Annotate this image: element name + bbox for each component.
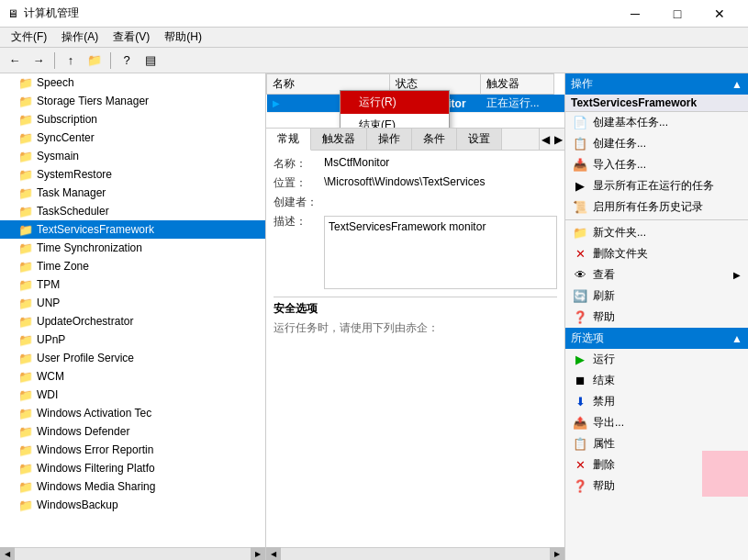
- right-panel: 操作 ▲ TextServicesFramework 📄 创建基本任务... 📋…: [564, 73, 748, 560]
- context-menu-run[interactable]: 运行(R): [341, 91, 449, 114]
- sidebar-item-taskmanager[interactable]: 📁 Task Manager: [0, 184, 265, 202]
- main-container: 📁 Speech 📁 Storage Tiers Manager 📁 Subsc…: [0, 73, 748, 560]
- sidebar-item-winactivation[interactable]: 📁 Windows Activation Tec: [0, 404, 265, 422]
- sidebar: 📁 Speech 📁 Storage Tiers Manager 📁 Subsc…: [0, 73, 266, 560]
- tab-scroll-right[interactable]: ▶: [552, 129, 564, 150]
- right-panel-section-help[interactable]: ❓ 帮助: [565, 476, 748, 497]
- sidebar-item-wdi[interactable]: 📁 WDI: [0, 386, 265, 404]
- sidebar-item-textservices[interactable]: 📁 TextServicesFramework: [0, 220, 265, 239]
- tab-settings[interactable]: 设置: [457, 129, 502, 150]
- folder-icon: 📁: [18, 205, 33, 218]
- folder-icon: 📁: [18, 352, 33, 365]
- sidebar-item-userprofile[interactable]: 📁 User Profile Service: [0, 349, 265, 367]
- right-panel-refresh[interactable]: 🔄 刷新: [565, 286, 748, 307]
- tab-general[interactable]: 常规: [266, 129, 311, 151]
- tab-actions[interactable]: 操作: [367, 129, 412, 150]
- folder-icon: 📁: [18, 388, 33, 402]
- section-properties-icon: 📋: [573, 437, 587, 452]
- right-panel-create-task[interactable]: 📋 创建任务...: [565, 133, 748, 154]
- menu-help[interactable]: 帮助(H): [157, 28, 209, 47]
- right-panel-delete-folder[interactable]: ✕ 删除文件夹: [565, 243, 748, 264]
- sidebar-item-timezone[interactable]: 📁 Time Zone: [0, 257, 265, 275]
- right-panel-import[interactable]: 📥 导入任务...: [565, 154, 748, 175]
- sidebar-item-tpm[interactable]: 📁 TPM: [0, 275, 265, 294]
- sidebar-content[interactable]: 📁 Speech 📁 Storage Tiers Manager 📁 Subsc…: [0, 73, 265, 547]
- sidebar-item-synccenter[interactable]: 📁 SyncCenter: [0, 129, 265, 147]
- sidebar-item-systemrestore[interactable]: 📁 SystemRestore: [0, 165, 265, 184]
- right-panel-section-disable[interactable]: ⬇ 禁用: [565, 391, 748, 412]
- folder-button[interactable]: 📁: [84, 50, 106, 71]
- folder-icon: 📁: [18, 76, 33, 90]
- sidebar-item-subscription[interactable]: 📁 Subscription: [0, 110, 265, 129]
- right-panel-help[interactable]: ❓ 帮助: [565, 307, 748, 328]
- folder-icon: 📁: [18, 425, 33, 439]
- menu-file[interactable]: 文件(F): [4, 28, 54, 47]
- detail-tabs: 常规 触发器 操作 条件 设置 ◀ ▶: [266, 129, 564, 151]
- detail-name-row: 名称： MsCtfMonitor: [274, 156, 557, 172]
- tab-conditions[interactable]: 条件: [412, 129, 457, 150]
- sidebar-item-timesync[interactable]: 📁 Time Synchronization: [0, 239, 265, 257]
- sidebar-item-winerrorreport[interactable]: 📁 Windows Error Reportin: [0, 441, 265, 459]
- context-menu-end[interactable]: 结束(E): [341, 114, 449, 129]
- sidebar-item-storagetiers[interactable]: 📁 Storage Tiers Manager: [0, 92, 265, 110]
- tab-triggers[interactable]: 触发器: [311, 129, 367, 150]
- sidebar-item-winbackup[interactable]: 📁 WindowsBackup: [0, 496, 265, 514]
- collapse-icon[interactable]: ▲: [731, 78, 742, 91]
- sidebar-item-upnp[interactable]: 📁 UPnP: [0, 330, 265, 349]
- content-hscrollbar[interactable]: ◀ ▶: [266, 547, 564, 560]
- right-panel-stop[interactable]: ⏹ 结束: [565, 370, 748, 391]
- content-scroll-left[interactable]: ◀: [266, 547, 281, 561]
- creator-label: 创建者：: [274, 195, 324, 210]
- sidebar-item-label: Windows Defender: [37, 425, 129, 438]
- sidebar-item-speech[interactable]: 📁 Speech: [0, 73, 265, 92]
- help-toolbar-button[interactable]: ?: [116, 50, 138, 71]
- sidebar-item-windefender[interactable]: 📁 Windows Defender: [0, 422, 265, 441]
- sidebar-item-sysmain[interactable]: 📁 Sysmain: [0, 147, 265, 165]
- sidebar-item-winfiltering[interactable]: 📁 Windows Filtering Platfo: [0, 459, 265, 477]
- back-button[interactable]: ←: [4, 50, 26, 71]
- right-panel-section-export[interactable]: 📤 导出...: [565, 412, 748, 433]
- list-button[interactable]: ▤: [140, 50, 162, 71]
- sidebar-item-label: Subscription: [37, 113, 97, 126]
- detail-panel: 常规 触发器 操作 条件 设置 ◀ ▶ 名称： MsCtfMonitor 位置：…: [266, 129, 564, 547]
- scrollbar-track: [15, 548, 251, 560]
- sidebar-item-winmedia[interactable]: 📁 Windows Media Sharing: [0, 477, 265, 496]
- right-panel-enable-history[interactable]: 📜 启用所有任务历史记录: [565, 196, 748, 218]
- menu-view[interactable]: 查看(V): [106, 28, 157, 47]
- sidebar-hscrollbar[interactable]: ◀ ▶: [0, 547, 265, 560]
- collapse2-icon[interactable]: ▲: [731, 332, 742, 345]
- right-panel-show-running[interactable]: ▶ 显示所有正在运行的任务: [565, 175, 748, 196]
- app-icon: 🖥: [7, 7, 18, 20]
- delete-folder-icon: ✕: [573, 247, 587, 262]
- maximize-button[interactable]: □: [656, 0, 698, 28]
- sidebar-item-unp[interactable]: 📁 UNP: [0, 294, 265, 312]
- sidebar-item-label: Windows Activation Tec: [37, 407, 151, 420]
- up-button[interactable]: ↑: [60, 50, 82, 71]
- folder-icon: 📁: [18, 297, 33, 310]
- menu-action[interactable]: 操作(A): [54, 28, 106, 47]
- content-scroll-right[interactable]: ▶: [550, 547, 564, 561]
- section-disable-label: 禁用: [593, 394, 615, 409]
- sidebar-item-wcm[interactable]: 📁 WCM: [0, 367, 265, 386]
- sidebar-item-label: WindowsBackup: [37, 498, 118, 511]
- right-panel-view[interactable]: 👁 查看 ▶: [565, 264, 748, 286]
- right-panel-new-folder[interactable]: 📁 新文件夹...: [565, 222, 748, 243]
- right-panel-divider1: [565, 219, 748, 220]
- right-panel-create-basic[interactable]: 📄 创建基本任务...: [565, 112, 748, 133]
- right-panel-run[interactable]: ▶ 运行: [565, 349, 748, 370]
- forward-button[interactable]: →: [28, 50, 50, 71]
- sidebar-item-updateorch[interactable]: 📁 UpdateOrchestrator: [0, 312, 265, 330]
- enable-history-label: 启用所有任务历史记录: [593, 199, 703, 215]
- close-button[interactable]: ✕: [698, 0, 741, 28]
- tab-scroll-left[interactable]: ◀: [539, 129, 552, 150]
- sidebar-item-label: Time Zone: [37, 260, 89, 273]
- folder-icon: 📁: [18, 186, 33, 200]
- scroll-right-arrow[interactable]: ▶: [251, 547, 265, 561]
- minimize-button[interactable]: ─: [614, 0, 656, 28]
- sidebar-item-taskscheduler[interactable]: 📁 TaskScheduler: [0, 202, 265, 220]
- section-disable-icon: ⬇: [573, 395, 587, 409]
- sidebar-item-label: Task Manager: [37, 186, 106, 199]
- detail-content: 名称： MsCtfMonitor 位置： \Microsoft\Windows\…: [266, 151, 564, 342]
- view-label: 查看: [593, 267, 615, 283]
- scroll-left-arrow[interactable]: ◀: [0, 547, 15, 561]
